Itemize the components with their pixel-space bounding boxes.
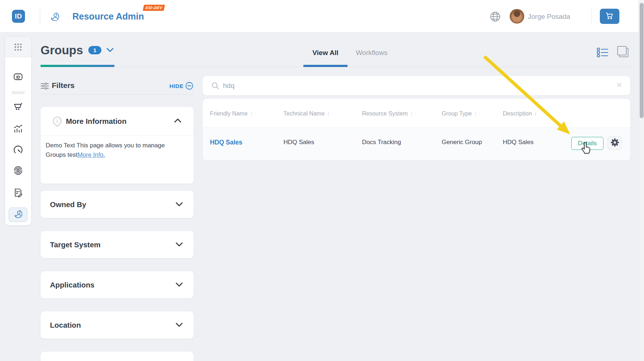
resource-admin-icon (13, 209, 23, 221)
details-button[interactable]: Details (571, 137, 603, 150)
more-information-header[interactable]: More Information (41, 107, 194, 136)
page-title: Groups (41, 43, 83, 57)
sidebar-separator (12, 90, 25, 94)
filter-accordion-target-system[interactable]: Target System (41, 231, 194, 258)
sort-icon: ↑ (327, 111, 330, 117)
accordion-label: Target System (50, 240, 101, 249)
scrollbar-thumb[interactable] (640, 3, 644, 118)
column-header-resource-system[interactable]: Resource System↑ (362, 110, 413, 117)
accordion-label: Applications (50, 281, 94, 289)
sidebar-item-fingerprint[interactable] (13, 165, 24, 176)
info-icon (52, 116, 62, 127)
accordion-label: Location (50, 321, 81, 329)
chevron-down-icon[interactable] (175, 282, 184, 288)
card-view-icon[interactable] (616, 46, 630, 58)
groups-table: Friendly Name↑ Technical Name↑ Resource … (203, 99, 630, 160)
filter-accordion-location[interactable]: Location (41, 311, 194, 339)
sidebar-item-identity[interactable]: ID (13, 71, 24, 82)
clear-search-icon[interactable]: ✕ (616, 81, 622, 89)
header-divider (40, 10, 40, 23)
filters-divider (41, 94, 194, 95)
tab-workflows[interactable]: Workflows (356, 49, 387, 57)
header-divider (591, 8, 592, 24)
chevron-down-icon[interactable] (175, 201, 184, 208)
column-header-friendly-name[interactable]: Friendly Name↑ (210, 110, 253, 117)
sidebar-item-resource-admin-active[interactable] (9, 207, 28, 222)
brand-logo[interactable]: ID (12, 10, 25, 23)
row-settings-button[interactable] (607, 136, 622, 150)
chevron-up-icon[interactable] (173, 118, 182, 124)
user-name[interactable]: Jorge Posada (528, 13, 570, 21)
info-text: Demo Text This page allows you to manage… (46, 142, 165, 158)
column-header-group-type[interactable]: Group Type↑ (442, 110, 477, 117)
more-info-link[interactable]: More Info. (77, 151, 105, 158)
sidebar: ID (5, 37, 31, 225)
row-description: HDQ Sales (503, 139, 534, 146)
row-friendly-name-link[interactable]: HDQ Sales (210, 139, 242, 146)
more-information-title: More Information (66, 117, 126, 126)
chevron-down-icon[interactable] (175, 322, 184, 328)
page-scrollbar[interactable] (639, 0, 644, 361)
search-input[interactable] (223, 80, 599, 92)
column-header-description[interactable]: Description↑ (503, 110, 537, 117)
more-information-body: Demo Text This page allows you to manage… (46, 141, 165, 159)
active-tab-underline (303, 65, 348, 67)
filter-accordion-applications[interactable]: Applications (41, 271, 194, 298)
row-technical-name: HDQ Sales (283, 139, 314, 146)
sidebar-item-tasks[interactable] (13, 187, 24, 198)
sort-icon: ↑ (410, 111, 413, 117)
app-header: ID Resource Admin EID-DEV Jorge Posada (0, 0, 644, 33)
tab-view-all[interactable]: View All (312, 49, 338, 57)
svg-text:ID: ID (16, 75, 20, 79)
sort-icon: ↑ (250, 111, 253, 117)
resource-admin-icon (49, 11, 60, 22)
hide-filters-button[interactable]: HIDE (169, 83, 184, 89)
filter-accordion-owned-by[interactable]: Owned By (41, 191, 194, 218)
cart-button[interactable] (600, 9, 619, 24)
filters-sliders-icon (41, 82, 49, 90)
chevron-down-icon[interactable] (175, 242, 184, 248)
count-badge: 1 (88, 46, 101, 54)
app-window: ID Resource Admin EID-DEV Jorge Posada (0, 0, 644, 361)
environment-badge: EID-DEV (143, 5, 165, 11)
row-resource-system: Docs Tracking (362, 139, 401, 146)
gear-icon (610, 138, 620, 149)
accordion-label: Owned By (50, 200, 86, 209)
title-gradient-underline (41, 65, 114, 67)
table-row: HDQ Sales HDQ Sales Docs Tracking Generi… (203, 127, 630, 160)
sidebar-item-cart[interactable] (13, 101, 24, 112)
filters-title: Filters (52, 81, 75, 90)
sort-icon: ↑ (474, 111, 477, 117)
language-globe-icon[interactable] (490, 11, 501, 22)
user-avatar[interactable] (510, 9, 524, 24)
collapse-minus-icon[interactable] (185, 82, 193, 90)
search-icon (211, 82, 219, 89)
sort-icon: ↑ (534, 111, 537, 117)
chevron-down-icon[interactable] (106, 47, 114, 54)
row-group-type: Generic Group (442, 139, 482, 146)
app-launcher-grid-icon[interactable] (5, 37, 31, 57)
cart-icon (605, 12, 614, 21)
sidebar-item-analytics[interactable] (13, 123, 24, 134)
sidebar-item-dashboard-gauge[interactable] (13, 144, 24, 155)
column-header-technical-name[interactable]: Technical Name↑ (283, 110, 330, 117)
more-information-panel: More Information Demo Text This page all… (41, 107, 194, 184)
search-bar: ✕ (203, 76, 630, 95)
list-view-icon[interactable] (597, 47, 609, 57)
app-title: Resource Admin (72, 11, 144, 22)
filter-accordion-partial[interactable] (41, 352, 194, 361)
